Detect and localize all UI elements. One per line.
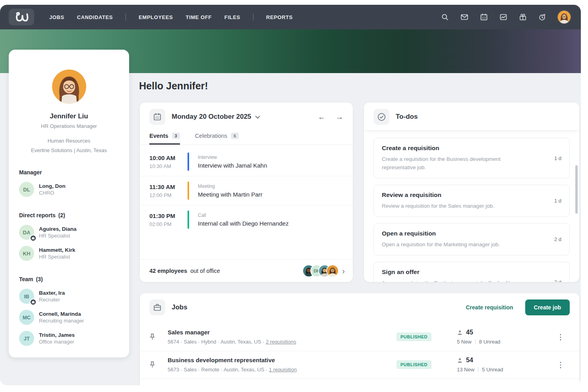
tab-celebrations[interactable]: Celebrations 6 [195, 133, 239, 145]
profile-department: Human Resources [19, 138, 119, 144]
todo-item-review-requisition[interactable]: Review a requisition Review a requisitio… [373, 185, 570, 217]
person-role: Recruiting manager [39, 318, 84, 324]
profile-job-title: HR Operations Manager [19, 123, 119, 129]
events-card: Monday 20 October 2025 ← → Events 3 Cele… [140, 102, 353, 282]
person-row-cornell-marinda[interactable]: MC Cornell, Marinda Recruiting manager [19, 310, 119, 325]
todo-title: Review a requisition [382, 191, 544, 199]
mail-icon[interactable] [460, 13, 468, 21]
nav-right-icons [441, 11, 571, 23]
next-day-button[interactable]: → [336, 113, 343, 121]
briefcase-icon [149, 299, 165, 315]
nav-item-files[interactable]: FILES [224, 14, 240, 20]
media-icon[interactable] [499, 13, 507, 21]
event-title: Internal call with Diego Hernandez [198, 220, 288, 227]
avatar-initials: DL [19, 182, 34, 197]
todo-item-sign-offer[interactable]: Sign an offer Approve and sign the Produ… [373, 262, 570, 282]
event-start-time: 01:30 PM [149, 212, 182, 219]
pin-icon [149, 333, 155, 341]
team-count: (3) [36, 276, 43, 282]
tab-events-label: Events [149, 133, 168, 139]
job-candidate-stats[interactable]: 54 13 New 5 Unread [457, 357, 551, 373]
job-menu-button[interactable]: ⋮ [551, 360, 570, 369]
nav-item-reports[interactable]: REPORTS [266, 14, 293, 20]
create-requisition-button[interactable]: Create requisition [466, 304, 513, 311]
event-start-time: 11:30 AM [149, 183, 182, 190]
person-name: Aguires, Diana [39, 225, 77, 233]
person-row-baxter-ira[interactable]: IB Baxter, Ira Recruiter [19, 289, 119, 304]
person-row-long-don[interactable]: DL Long, Don CHRO [19, 182, 119, 197]
stat-divider [478, 367, 478, 372]
todos-card: To-dos Create a requisition Create a req… [364, 102, 579, 282]
workable-logo[interactable] [9, 9, 34, 25]
check-circle-icon [373, 109, 389, 125]
candidate-count: 45 [466, 329, 473, 336]
nav-item-candidates[interactable]: CANDIDATES [77, 14, 113, 20]
ooo-text: out of office [190, 268, 220, 274]
calendar-icon [149, 109, 165, 125]
history-icon[interactable] [538, 13, 546, 21]
job-row-sales-manager[interactable]: Sales manager 5674 · Sales · Hybrid · Au… [140, 323, 579, 351]
person-name: Tristin, James [39, 331, 75, 339]
chevron-right-icon[interactable]: › [342, 267, 345, 275]
profile-name: Jennifer Liu [19, 112, 119, 120]
person-role: HR Specialist [39, 233, 77, 239]
job-meta: 5674 · Sales · Hybrid · Austin, Texas, U… [168, 339, 397, 345]
person-row-tristin-james[interactable]: JT Tristin, James Office manager [19, 331, 119, 346]
tab-events[interactable]: Events 3 [149, 133, 180, 145]
event-title: Interview with Jamal Kahn [198, 162, 267, 169]
page-greeting: Hello Jennifer! [139, 80, 208, 92]
scrollbar-thumb[interactable] [575, 165, 578, 214]
requisitions-link[interactable]: 1 requisition [269, 367, 297, 373]
job-title[interactable]: Business development representative [168, 357, 397, 363]
date-navigation: ← → [318, 113, 343, 121]
requisitions-link[interactable]: 2 requisitions [266, 339, 296, 345]
todo-description: Approve and sign the Product manager job… [382, 279, 519, 282]
job-title[interactable]: Sales manager [168, 329, 397, 336]
avatar-initials: JT [19, 331, 34, 346]
direct-reports-list: DA Aguires, Diana HR Specialist KH Hamme… [19, 225, 119, 261]
event-row-meeting[interactable]: 11:30 AM 12:00 PM Meeting Meeting with M… [140, 176, 353, 205]
calendar-icon[interactable] [480, 13, 488, 21]
todo-item-open-requisition[interactable]: Open a requisition Open a requisition fo… [373, 223, 570, 255]
gift-icon[interactable] [519, 13, 527, 21]
person-row-hammett-kirk[interactable]: KH Hammett, Kirk HR Specialist [19, 246, 119, 261]
prev-day-button[interactable]: ← [318, 113, 325, 121]
jobs-card: Jobs Create requisition Create job Sales… [140, 293, 579, 385]
todo-description: Review a requisition for the Sales manag… [382, 202, 519, 210]
job-meta-text: 5674 · Sales · Hybrid · Austin, Texas, U… [168, 339, 266, 345]
event-row-call[interactable]: 01:30 PM 02:00 PM Call Internal call wit… [140, 205, 353, 234]
direct-reports-label-text: Direct reports [19, 212, 56, 218]
profile-card: Jennifer Liu HR Operations Manager Human… [9, 50, 129, 357]
stat-divider [475, 339, 476, 344]
event-color-bar [188, 182, 189, 200]
chevron-down-icon[interactable] [255, 116, 260, 119]
direct-reports-section-label: Direct reports (2) [19, 212, 119, 218]
todo-description: Create a requisition for the Business de… [382, 155, 519, 172]
user-avatar[interactable] [558, 11, 571, 23]
events-date[interactable]: Monday 20 October 2025 [172, 113, 251, 121]
profile-avatar[interactable] [52, 70, 86, 104]
todo-description: Open a requisition for the Marketing man… [382, 241, 519, 249]
todo-due: 2 d [554, 279, 561, 282]
initials-text: DA [23, 230, 31, 236]
nav-item-jobs[interactable]: JOBS [49, 14, 64, 20]
person-icon [457, 357, 463, 363]
person-row-aguires-diana[interactable]: DA Aguires, Diana HR Specialist [19, 225, 119, 240]
todos-title: To-dos [396, 113, 418, 121]
nav-divider [253, 14, 253, 21]
nav-item-employees[interactable]: EMPLOYEES [139, 14, 173, 20]
nav-item-time-off[interactable]: TIME OFF [186, 14, 211, 20]
todo-item-create-requisition[interactable]: Create a requisition Create a requisitio… [373, 138, 570, 178]
job-row-business-development-representative[interactable]: Business development representative 5673… [140, 351, 579, 378]
team-list: IB Baxter, Ira Recruiter MC Cornell, Mar… [19, 289, 119, 346]
job-candidate-stats[interactable]: 45 5 New 8 Unread [457, 329, 551, 345]
jobs-list: Sales manager 5674 · Sales · Hybrid · Au… [140, 323, 579, 379]
ooo-avatar-stack[interactable]: DK › [303, 265, 345, 276]
event-row-interview[interactable]: 10:00 AM 10:30 AM Interview Interview wi… [140, 147, 353, 176]
event-start-time: 10:00 AM [149, 154, 182, 161]
search-icon[interactable] [441, 13, 449, 21]
tab-celebrations-label: Celebrations [195, 133, 227, 139]
job-menu-button[interactable]: ⋮ [551, 332, 570, 342]
create-job-button[interactable]: Create job [525, 299, 570, 315]
out-of-office-footer[interactable]: 42 employees out of office DK › [140, 259, 353, 282]
